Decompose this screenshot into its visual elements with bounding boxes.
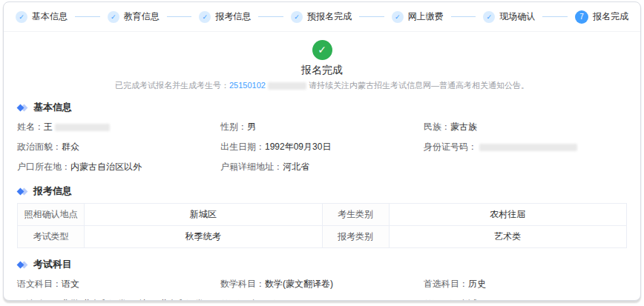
field-item: 出生日期：1992年09月30日 — [220, 141, 424, 153]
basic-fields: 姓名：王性别：男民族：蒙古族政治面貌：群众出生日期：1992年09月30日身份证… — [17, 117, 627, 175]
field-item: 政治面貌：群众 — [17, 141, 220, 153]
subject-fields: 语文科目：语文数学科目：数学(蒙文翻译卷)首选科目：历史再选科目：化学(蒙文翻译… — [17, 274, 627, 301]
table-header-cell: 考试类型 — [18, 226, 85, 248]
step-label: 教育信息 — [124, 10, 160, 23]
field-item: 语文科目：语文 — [17, 278, 220, 290]
table-header-cell: 考生类别 — [322, 204, 389, 226]
field-item: 户籍详细地址：河北省 — [220, 161, 424, 173]
field-value: 否 — [486, 299, 495, 301]
field-item: 性别：男 — [220, 121, 424, 133]
field-item: 身份证号码： — [424, 141, 627, 153]
field-item: 户口所在地：内蒙古自治区以外 — [17, 161, 220, 173]
field-item: 外语口语考试：否 — [424, 298, 627, 301]
redacted-exam-number — [268, 82, 306, 90]
table-value-cell: 新城区 — [85, 204, 323, 226]
step-connector — [167, 16, 192, 17]
field-item: 再选科目：化学(蒙文翻译卷)、地理(蒙文翻译卷) — [17, 298, 220, 301]
redacted-text — [55, 124, 110, 131]
field-value: 群众 — [62, 142, 79, 152]
field-value: 日语 — [265, 299, 283, 301]
diamond-icon — [17, 261, 27, 269]
step-connector — [451, 16, 476, 17]
success-message: 已完成考试报名并生成考生号：25150102 请持续关注内蒙古招生考试信息网—普… — [4, 80, 640, 91]
step-label: 报名完成 — [593, 10, 628, 23]
field-label: 政治面貌： — [17, 142, 62, 152]
diamond-icon — [17, 187, 27, 196]
application-table: 照相确认地点新城区考生类别农村往届考试类型秋季统考报考类别艺术类 — [17, 203, 627, 248]
step-connector — [75, 16, 100, 17]
step-label: 现场确认 — [499, 10, 535, 23]
success-title: 报名完成 — [4, 64, 640, 77]
step-check-icon: ✓ — [483, 11, 495, 23]
field-value: 数学(蒙文翻译卷) — [265, 279, 333, 289]
field-label: 民族： — [424, 122, 450, 132]
table-value-cell: 艺术类 — [389, 226, 627, 248]
field-value: 内蒙古自治区以外 — [70, 162, 142, 172]
field-label: 性别： — [220, 122, 247, 132]
stepper-step-5[interactable]: ✓网上缴费 — [392, 10, 444, 23]
step-check-icon: ✓ — [199, 11, 211, 23]
application-table-body: 照相确认地点新城区考生类别农村往届考试类型秋季统考报考类别艺术类 — [18, 204, 627, 248]
field-item: 外语语种：日语 — [220, 298, 424, 301]
section-basic-title: 基本信息 — [33, 101, 72, 114]
step-label: 预报名完成 — [307, 10, 352, 23]
stepper-step-2[interactable]: ✓教育信息 — [108, 10, 160, 23]
diamond-icon — [17, 104, 27, 112]
step-connector — [258, 16, 283, 17]
field-label: 户口所在地： — [17, 162, 70, 172]
section-application-title: 报考信息 — [33, 184, 72, 198]
section-application-info: 报考信息 照相确认地点新城区考生类别农村往届考试类型秋季统考报考类别艺术类 — [4, 184, 640, 248]
stepper-step-6[interactable]: ✓现场确认 — [483, 10, 535, 23]
step-check-icon: ✓ — [392, 11, 404, 23]
field-value: 王 — [44, 122, 53, 132]
field-label: 户籍详细地址： — [220, 162, 283, 172]
step-check-icon: ✓ — [291, 11, 303, 23]
field-label: 首选科目： — [424, 279, 468, 289]
stepper-step-4[interactable]: ✓预报名完成 — [291, 10, 352, 23]
field-label: 姓名： — [17, 122, 44, 132]
step-connector — [359, 16, 384, 17]
table-header-cell: 报考类别 — [322, 226, 389, 248]
step-number-badge: 7 — [575, 10, 588, 24]
table-row: 考试类型秋季统考报考类别艺术类 — [18, 226, 627, 248]
redacted-text — [479, 144, 577, 151]
success-check-icon: ✓ — [312, 40, 332, 60]
field-item: 首选科目：历史 — [424, 278, 627, 290]
step-check-icon: ✓ — [108, 11, 119, 23]
stepper-step-7[interactable]: 7报名完成 — [575, 10, 628, 24]
registration-complete-panel: ✓基本信息✓教育信息✓报考信息✓预报名完成✓网上缴费✓现场确认7报名完成 ✓ 报… — [3, 1, 641, 301]
step-label: 基本信息 — [32, 10, 68, 23]
success-block: ✓ 报名完成 已完成考试报名并生成考生号：25150102 请持续关注内蒙古招生… — [4, 32, 640, 91]
section-subjects-header: 考试科目 — [17, 258, 627, 271]
field-label: 再选科目： — [17, 299, 62, 301]
field-item: 民族：蒙古族 — [424, 121, 627, 133]
field-label: 数学科目： — [220, 279, 265, 289]
section-basic-header: 基本信息 — [17, 101, 627, 114]
step-label: 网上缴费 — [408, 10, 444, 23]
stepper-step-1[interactable]: ✓基本信息 — [16, 10, 68, 23]
exam-number-link[interactable]: 25150102 — [229, 81, 266, 90]
step-label: 报考信息 — [215, 10, 251, 23]
field-value: 1992年09月30日 — [265, 142, 331, 152]
success-message-prefix: 已完成考试报名并生成考生号： — [115, 81, 229, 90]
step-connector — [542, 16, 568, 17]
field-label: 身份证号码： — [424, 142, 477, 152]
table-value-cell: 农村往届 — [389, 204, 627, 226]
field-item: 姓名：王 — [17, 121, 220, 133]
field-label: 语文科目： — [17, 279, 62, 289]
field-value: 化学(蒙文翻译卷)、地理(蒙文翻译卷) — [62, 299, 207, 301]
step-check-icon: ✓ — [16, 11, 27, 23]
stepper-step-3[interactable]: ✓报考信息 — [199, 10, 251, 23]
field-value: 蒙古族 — [450, 122, 477, 132]
field-value: 历史 — [468, 279, 486, 289]
section-basic-info: 基本信息 姓名：王性别：男民族：蒙古族政治面貌：群众出生日期：1992年09月3… — [4, 101, 640, 175]
section-exam-subjects: 考试科目 语文科目：语文数学科目：数学(蒙文翻译卷)首选科目：历史再选科目：化学… — [4, 258, 640, 301]
field-label: 出生日期： — [220, 142, 265, 152]
field-value: 男 — [247, 122, 256, 132]
table-header-cell: 照相确认地点 — [18, 204, 85, 226]
field-value: 语文 — [62, 279, 79, 289]
section-subjects-title: 考试科目 — [33, 258, 72, 271]
stepper: ✓基本信息✓教育信息✓报考信息✓预报名完成✓网上缴费✓现场确认7报名完成 — [4, 2, 640, 32]
table-value-cell: 秋季统考 — [85, 226, 323, 248]
table-row: 照相确认地点新城区考生类别农村往届 — [18, 204, 627, 226]
